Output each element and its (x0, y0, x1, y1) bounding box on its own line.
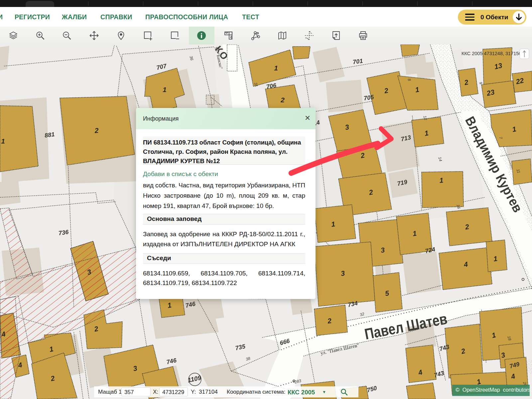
svg-text:701: 701 (352, 57, 363, 65)
svg-text:1: 1 (439, 176, 444, 184)
svg-text:1: 1 (274, 64, 278, 72)
svg-text:1: 1 (1, 137, 5, 145)
svg-text:736: 736 (58, 229, 69, 237)
svg-text:705: 705 (363, 94, 375, 102)
svg-text:881: 881 (44, 131, 55, 139)
svg-text:2: 2 (94, 127, 99, 135)
svg-text:1: 1 (163, 86, 167, 93)
svg-text:ККС 2005 4731248, 317150: ККС 2005 4731248, 317150 (462, 51, 521, 56)
svg-text:2: 2 (280, 96, 285, 104)
